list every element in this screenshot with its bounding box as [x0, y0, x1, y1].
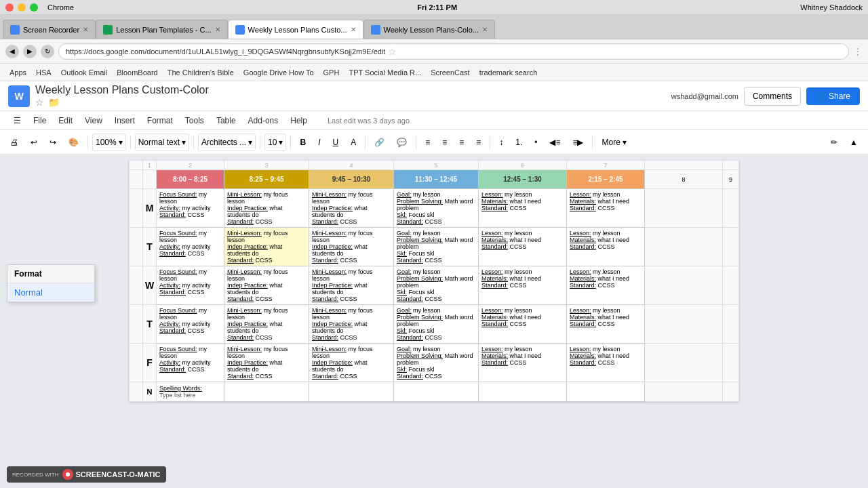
- cell-tuesday-col1[interactable]: Focus Sound: my lesson Activity: my acti…: [157, 228, 224, 266]
- font-select[interactable]: Architects ... ▾: [198, 134, 256, 151]
- forward-button[interactable]: ▶: [23, 45, 37, 58]
- cell-thursday-col3[interactable]: Mini-Lesson: my focus lesson Indep Pract…: [309, 305, 394, 344]
- menu-edit[interactable]: Edit: [53, 113, 78, 128]
- notes-col4[interactable]: [394, 382, 479, 402]
- align-right-button[interactable]: ≡: [454, 134, 469, 150]
- minimize-dot[interactable]: [18, 3, 26, 12]
- bookmark-hsa[interactable]: HSA: [32, 67, 56, 78]
- cell-wednesday-col2[interactable]: Mini-Lesson: my focus lesson Indep Pract…: [224, 266, 309, 305]
- cell-wednesday-col6[interactable]: Lesson: my lesson Materials: what I need…: [567, 266, 645, 305]
- menu-format[interactable]: Format: [142, 113, 178, 128]
- bookmark-screencast[interactable]: ScreenCast: [427, 67, 473, 78]
- cell-friday-col3[interactable]: Mini-Lesson: my focus lesson Indep Pract…: [309, 344, 394, 382]
- bookmark-gph[interactable]: GPH: [319, 67, 344, 78]
- tab-weekly-custom[interactable]: Weekly Lesson Plans Custo... ✕: [228, 20, 363, 39]
- spelling-cell[interactable]: Spelling Words: Type list here: [157, 382, 224, 402]
- numbered-list-button[interactable]: 1.: [511, 134, 527, 150]
- cell-thursday-col5[interactable]: Lesson: my lesson Materials: what I need…: [479, 305, 567, 344]
- cell-friday-col6[interactable]: Lesson: my lesson Materials: what I need…: [567, 344, 645, 382]
- text-color-button[interactable]: A: [346, 134, 361, 150]
- cell-thursday-col6[interactable]: Lesson: my lesson Materials: what I need…: [567, 305, 645, 344]
- italic-button[interactable]: I: [313, 134, 325, 150]
- share-button[interactable]: 👤 Share: [806, 87, 860, 105]
- indent-increase-button[interactable]: ≡▶: [568, 134, 588, 150]
- cell-thursday-col4[interactable]: Goal: my lesson Problem Solving: Math wo…: [394, 305, 479, 344]
- menu-hamburger[interactable]: ☰: [8, 113, 26, 128]
- bookmark-outlook[interactable]: Outlook Email: [57, 67, 111, 78]
- docs-title[interactable]: Weekly Lesson Plans Custom-Color: [35, 84, 666, 96]
- zoom-select[interactable]: 100% ▾: [92, 134, 126, 151]
- cell-monday-col1[interactable]: Focus Sound: my lesson Activity: my acti…: [157, 189, 224, 228]
- indent-decrease-button[interactable]: ◀≡: [545, 134, 565, 150]
- spelling-placeholder[interactable]: Type list here: [159, 392, 221, 399]
- tab-weekly-color[interactable]: Weekly Lesson Plans-Colo... ✕: [363, 20, 495, 39]
- more-button[interactable]: More ▾: [597, 134, 631, 150]
- cell-tuesday-col6[interactable]: Lesson: my lesson Materials: what I need…: [567, 228, 645, 266]
- align-center-button[interactable]: ≡: [437, 134, 452, 150]
- back-button[interactable]: ◀: [5, 45, 19, 58]
- cell-tuesday-col3[interactable]: Mini-Lesson: my focus lesson Indep Pract…: [309, 228, 394, 266]
- cell-friday-col1[interactable]: Focus Sound: my lesson Activity: my acti…: [157, 344, 224, 382]
- docs-user-email[interactable]: wshadd@gmail.com: [671, 92, 738, 100]
- bookmark-bloomboard[interactable]: BloomBoard: [113, 67, 162, 78]
- cell-monday-col3[interactable]: Mini-Lesson: my focus lesson Indep Pract…: [309, 189, 394, 228]
- menu-view[interactable]: View: [79, 113, 108, 128]
- print-button[interactable]: 🖨: [5, 134, 23, 150]
- notes-col6[interactable]: [567, 382, 645, 402]
- url-input[interactable]: https://docs.google.com/document/d/1uULA…: [58, 43, 849, 60]
- cell-wednesday-col5[interactable]: Lesson: my lesson Materials: what I need…: [479, 266, 567, 305]
- tab-close-screen[interactable]: ✕: [83, 26, 88, 33]
- cell-monday-col2[interactable]: Mini-Lesson: my focus lesson Indep Pract…: [224, 189, 309, 228]
- cell-friday-col5[interactable]: Lesson: my lesson Materials: what I need…: [479, 344, 567, 382]
- close-dot[interactable]: [5, 3, 14, 12]
- cell-monday-col6[interactable]: Lesson: my lesson Materials: what I need…: [567, 189, 645, 228]
- notes-col3[interactable]: [309, 382, 394, 402]
- paint-format-button[interactable]: 🎨: [64, 134, 83, 150]
- justify-button[interactable]: ≡: [471, 134, 486, 150]
- cell-friday-col2[interactable]: Mini-Lesson: my focus lesson Indep Pract…: [224, 344, 309, 382]
- cell-thursday-col2[interactable]: Mini-Lesson: my focus lesson Indep Pract…: [224, 305, 309, 344]
- menu-table[interactable]: Table: [211, 113, 241, 128]
- refresh-button[interactable]: ↻: [41, 45, 54, 58]
- bookmark-bible[interactable]: The Children's Bible: [163, 67, 238, 78]
- cell-friday-col4[interactable]: Goal: my lesson Problem Solving: Math wo…: [394, 344, 479, 382]
- menu-file[interactable]: File: [28, 113, 52, 128]
- bullet-list-button[interactable]: •: [530, 134, 542, 150]
- menu-addons[interactable]: Add-ons: [243, 113, 284, 128]
- menu-tools[interactable]: Tools: [180, 113, 210, 128]
- comment-button[interactable]: 💬: [392, 134, 412, 150]
- cell-wednesday-col4[interactable]: Goal: my lesson Problem Solving: Math wo…: [394, 266, 479, 305]
- tab-screen-recorder[interactable]: Screen Recorder ✕: [3, 20, 96, 39]
- bookmark-star-icon[interactable]: ☆: [388, 46, 397, 57]
- align-left-button[interactable]: ≡: [420, 134, 435, 150]
- undo-button[interactable]: ↩: [26, 134, 42, 150]
- cell-monday-col5[interactable]: Lesson: my lesson Materials: what I need…: [479, 189, 567, 228]
- maximize-dot[interactable]: [30, 3, 38, 12]
- bookmark-tpt[interactable]: TPT Social Media R...: [344, 67, 425, 78]
- notes-col2[interactable]: [224, 382, 309, 402]
- cell-thursday-col1[interactable]: Focus Sound: my lesson Activity: my acti…: [157, 305, 224, 344]
- font-size-select[interactable]: 10 ▾: [264, 134, 286, 151]
- bookmark-trademark[interactable]: trademark search: [475, 67, 542, 78]
- underline-button[interactable]: U: [328, 134, 343, 150]
- format-normal-item[interactable]: Normal: [7, 283, 94, 302]
- notes-col5[interactable]: [479, 382, 567, 402]
- tab-close-lesson[interactable]: ✕: [215, 26, 220, 33]
- bold-button[interactable]: B: [295, 134, 311, 150]
- line-spacing-button[interactable]: ↕: [494, 134, 508, 150]
- folder-icon[interactable]: 📁: [48, 97, 60, 108]
- menu-insert[interactable]: Insert: [109, 113, 140, 128]
- link-button[interactable]: 🔗: [370, 134, 389, 150]
- star-icon[interactable]: ☆: [35, 97, 44, 108]
- collapse-button[interactable]: ▲: [845, 134, 863, 150]
- tab-lesson-templates[interactable]: Lesson Plan Templates - C... ✕: [96, 20, 227, 39]
- cell-wednesday-col1[interactable]: Focus Sound: my lesson Activity: my acti…: [157, 266, 224, 305]
- extensions-icon[interactable]: ⋮: [853, 46, 863, 57]
- bookmark-apps[interactable]: Apps: [5, 67, 31, 78]
- cell-tuesday-col5[interactable]: Lesson: my lesson Materials: what I need…: [479, 228, 567, 266]
- style-select[interactable]: Normal text ▾: [135, 134, 189, 151]
- tab-close-weekly[interactable]: ✕: [351, 26, 356, 33]
- tab-close-color[interactable]: ✕: [482, 26, 488, 33]
- pen-tool-button[interactable]: ✏: [826, 134, 842, 150]
- comments-button[interactable]: Comments: [744, 87, 801, 106]
